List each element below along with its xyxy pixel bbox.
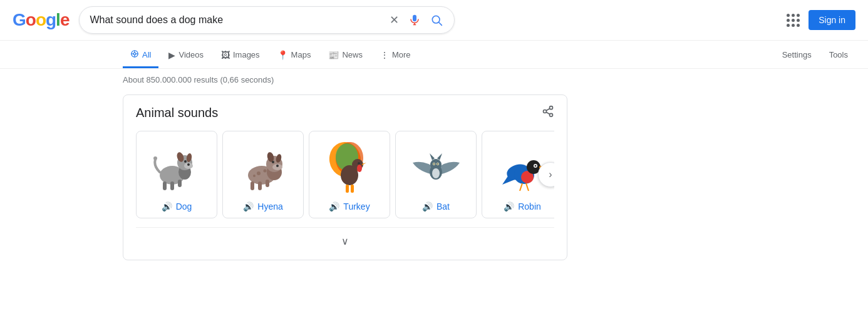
voice-search-button[interactable] bbox=[408, 13, 421, 27]
svg-point-34 bbox=[263, 169, 266, 172]
turkey-image bbox=[321, 139, 378, 195]
card-title: Animal sounds bbox=[136, 106, 218, 120]
svg-rect-22 bbox=[170, 181, 174, 190]
settings-button[interactable]: Settings bbox=[775, 44, 819, 68]
main-content: Animal sounds bbox=[0, 88, 868, 267]
svg-rect-46 bbox=[346, 185, 349, 193]
svg-point-19 bbox=[187, 163, 190, 166]
search-bar: ✕ bbox=[79, 6, 455, 34]
tab-more-label: More bbox=[392, 50, 411, 59]
dog-image bbox=[148, 139, 205, 195]
card-header: Animal sounds bbox=[136, 105, 554, 121]
search-icons: ✕ bbox=[388, 12, 444, 28]
bat-sound-icon: 🔊 bbox=[422, 201, 433, 211]
svg-rect-38 bbox=[266, 180, 269, 187]
svg-line-62 bbox=[526, 183, 529, 191]
more-icon: ⋮ bbox=[380, 50, 389, 60]
search-input[interactable] bbox=[90, 14, 382, 26]
animals-carousel: 🔊 Dog bbox=[136, 131, 554, 218]
turkey-name: Turkey bbox=[343, 201, 369, 211]
dog-sound-icon: 🔊 bbox=[162, 201, 172, 211]
svg-point-44 bbox=[357, 165, 362, 172]
sign-in-button[interactable]: Sign in bbox=[809, 10, 855, 30]
turkey-sound-icon: 🔊 bbox=[329, 201, 339, 211]
tab-news-label: News bbox=[342, 50, 363, 59]
svg-point-52 bbox=[433, 163, 435, 165]
news-icon: 📰 bbox=[328, 50, 339, 60]
hyena-sound-icon: 🔊 bbox=[243, 201, 254, 211]
svg-rect-21 bbox=[163, 181, 167, 190]
svg-line-11 bbox=[546, 112, 550, 114]
tools-button[interactable]: Tools bbox=[822, 44, 855, 68]
tab-videos-label: Videos bbox=[178, 50, 204, 59]
svg-point-24 bbox=[153, 156, 157, 160]
tab-maps-label: Maps bbox=[291, 50, 311, 59]
svg-point-33 bbox=[257, 171, 261, 175]
tab-maps[interactable]: 📍 Maps bbox=[270, 44, 319, 68]
apps-button[interactable] bbox=[785, 13, 801, 28]
svg-line-12 bbox=[546, 108, 550, 110]
svg-point-9 bbox=[544, 110, 547, 113]
nav-right: Settings Tools bbox=[775, 44, 855, 68]
tab-videos[interactable]: ▶ Videos bbox=[161, 44, 211, 68]
dog-label: 🔊 Dog bbox=[162, 201, 192, 211]
svg-point-20 bbox=[184, 160, 187, 163]
svg-point-8 bbox=[550, 106, 553, 110]
hyena-label: 🔊 Hyena bbox=[243, 201, 282, 211]
animal-card-hyena[interactable]: 🔊 Hyena bbox=[222, 131, 304, 218]
header: Google ✕ bbox=[0, 0, 868, 41]
svg-point-53 bbox=[437, 163, 438, 165]
svg-rect-37 bbox=[258, 181, 262, 190]
robin-name: Robin bbox=[518, 201, 541, 211]
header-right: Sign in bbox=[785, 10, 855, 30]
animal-card-bat[interactable]: 🔊 Bat bbox=[395, 131, 477, 218]
knowledge-card: Animal sounds bbox=[123, 94, 567, 260]
images-icon: 🖼 bbox=[221, 50, 230, 60]
maps-icon: 📍 bbox=[277, 50, 288, 60]
svg-point-35 bbox=[253, 175, 256, 177]
all-icon bbox=[130, 49, 139, 60]
tab-images-label: Images bbox=[233, 50, 260, 59]
bat-image bbox=[408, 139, 464, 195]
svg-line-61 bbox=[520, 183, 522, 191]
search-tabs: All ▶ Videos 🖼 Images 📍 Maps 📰 News ⋮ Mo… bbox=[0, 41, 868, 69]
tab-more[interactable]: ⋮ More bbox=[373, 44, 418, 68]
expand-button[interactable]: ∨ bbox=[136, 227, 554, 250]
svg-rect-47 bbox=[351, 185, 354, 193]
tab-news[interactable]: 📰 News bbox=[321, 44, 370, 68]
tab-all[interactable]: All bbox=[123, 43, 158, 68]
animal-card-dog[interactable]: 🔊 Dog bbox=[136, 131, 217, 218]
svg-point-10 bbox=[550, 113, 553, 116]
turkey-label: 🔊 Turkey bbox=[329, 201, 369, 211]
svg-line-1 bbox=[439, 23, 442, 26]
robin-sound-icon: 🔊 bbox=[504, 201, 514, 211]
clear-button[interactable]: ✕ bbox=[388, 12, 400, 28]
animal-card-turkey[interactable]: 🔊 Turkey bbox=[309, 131, 390, 218]
dog-name: Dog bbox=[176, 201, 192, 211]
bat-label: 🔊 Bat bbox=[422, 201, 450, 211]
robin-label: 🔊 Robin bbox=[504, 201, 541, 211]
results-count: About 850.000.000 results (0,66 seconds) bbox=[0, 69, 868, 88]
hyena-name: Hyena bbox=[257, 201, 282, 211]
svg-rect-36 bbox=[251, 181, 254, 190]
tab-images[interactable]: 🖼 Images bbox=[214, 44, 267, 68]
tab-all-label: All bbox=[142, 50, 151, 59]
videos-icon: ▶ bbox=[168, 50, 175, 60]
apps-grid-icon bbox=[787, 14, 800, 27]
bat-name: Bat bbox=[437, 201, 450, 211]
svg-point-54 bbox=[432, 168, 440, 178]
expand-icon: ∨ bbox=[341, 235, 349, 247]
svg-point-45 bbox=[358, 162, 360, 165]
hyena-image bbox=[235, 139, 291, 195]
svg-point-60 bbox=[534, 165, 536, 166]
svg-point-3 bbox=[133, 53, 136, 55]
google-logo[interactable]: Google bbox=[13, 10, 69, 30]
search-button[interactable] bbox=[429, 13, 444, 28]
svg-point-32 bbox=[272, 161, 274, 163]
share-button[interactable] bbox=[542, 105, 554, 121]
svg-rect-23 bbox=[178, 180, 182, 187]
svg-point-31 bbox=[276, 165, 279, 167]
